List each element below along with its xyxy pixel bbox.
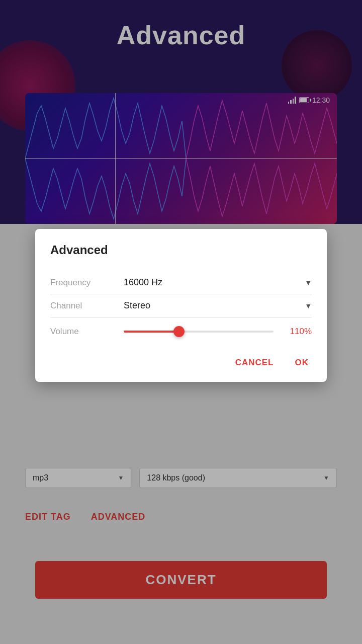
- channel-label: Channel: [50, 301, 116, 311]
- frequency-value: 16000 Hz: [124, 277, 162, 288]
- volume-label: Volume: [50, 327, 116, 337]
- modal-overlay: Advanced Frequency 16000 Hz ▼ Channel St…: [0, 0, 362, 644]
- advanced-dialog: Advanced Frequency 16000 Hz ▼ Channel St…: [35, 229, 327, 382]
- slider-thumb[interactable]: [173, 326, 185, 337]
- frequency-arrow-icon: ▼: [305, 279, 312, 287]
- dialog-title: Advanced: [50, 243, 312, 257]
- dialog-buttons: CANCEL OK: [50, 346, 312, 372]
- frequency-dropdown[interactable]: 16000 Hz ▼: [124, 277, 312, 288]
- channel-value: Stereo: [124, 300, 150, 311]
- frequency-label: Frequency: [50, 278, 116, 288]
- volume-percent: 110%: [288, 327, 312, 337]
- cancel-button[interactable]: CANCEL: [232, 354, 277, 372]
- channel-row: Channel Stereo ▼: [50, 294, 312, 317]
- frequency-row: Frequency 16000 Hz ▼: [50, 271, 312, 294]
- volume-row: Volume 110%: [50, 317, 312, 346]
- ok-button[interactable]: OK: [292, 354, 312, 372]
- volume-slider[interactable]: [124, 331, 274, 333]
- channel-arrow-icon: ▼: [305, 302, 312, 310]
- channel-dropdown[interactable]: Stereo ▼: [124, 300, 312, 311]
- slider-fill: [124, 331, 179, 333]
